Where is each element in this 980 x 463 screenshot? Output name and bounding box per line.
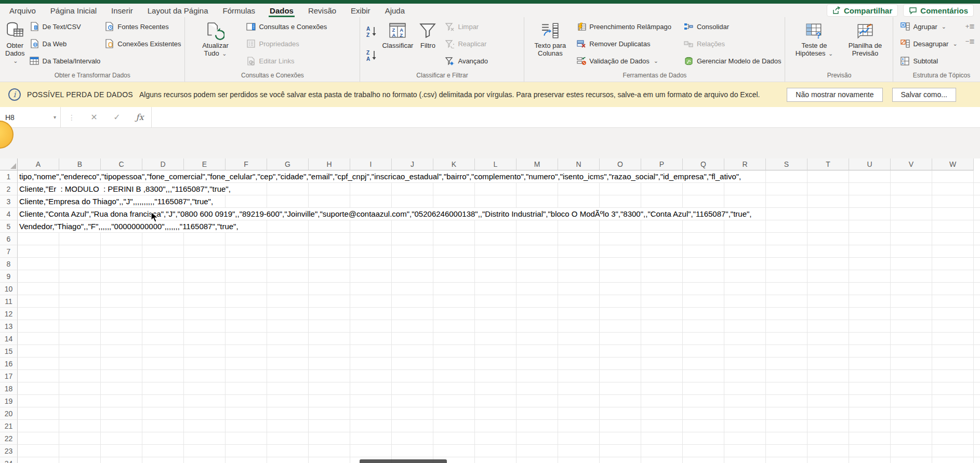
- desagrupar-button[interactable]: Desagrupar ⌄: [898, 37, 959, 50]
- remover-duplicatas-button[interactable]: Remover Duplicatas: [575, 37, 673, 50]
- column-header-A[interactable]: A: [18, 158, 59, 170]
- column-header-J[interactable]: J: [392, 158, 433, 170]
- row-header-19[interactable]: 19: [0, 395, 18, 407]
- row-cells-15[interactable]: [18, 345, 980, 358]
- row-header-20[interactable]: 20: [0, 407, 18, 420]
- row-header-1[interactable]: 1: [0, 170, 18, 183]
- row-header-11[interactable]: 11: [0, 295, 18, 308]
- column-header-N[interactable]: N: [558, 158, 600, 170]
- row-cells-7[interactable]: [18, 245, 980, 258]
- consolidar-button[interactable]: Consolidar: [682, 20, 783, 33]
- row-header-2[interactable]: 2: [0, 183, 18, 195]
- tab-fórmulas[interactable]: Fórmulas: [216, 4, 263, 17]
- row-header-4[interactable]: 4: [0, 208, 18, 220]
- row-header-22[interactable]: 22: [0, 432, 18, 445]
- de-text-csv-button[interactable]: De Text/CSV: [28, 20, 102, 33]
- column-header-O[interactable]: O: [600, 158, 641, 170]
- obter-dados-button[interactable]: Obter Dados ⌄: [3, 19, 27, 65]
- row-header-13[interactable]: 13: [0, 320, 18, 333]
- row-cells-18[interactable]: [18, 382, 980, 395]
- tab-inserir[interactable]: Inserir: [104, 4, 140, 17]
- row-cells-10[interactable]: [18, 283, 980, 295]
- column-header-W[interactable]: W: [932, 158, 974, 170]
- tab-arquivo[interactable]: Arquivo: [2, 4, 43, 17]
- show-detail-icon[interactable]: +≣: [965, 23, 975, 30]
- row-header-12[interactable]: 12: [0, 308, 18, 320]
- row-header-9[interactable]: 9: [0, 270, 18, 283]
- row-cells-4[interactable]: Cliente,"Conta Azul","Rua dona francisca…: [18, 208, 980, 220]
- tab-revisão[interactable]: Revisão: [301, 4, 343, 17]
- avancado-button[interactable]: Avançado: [443, 54, 489, 68]
- sort-az-button[interactable]: AZ: [365, 24, 379, 39]
- row-cells-5[interactable]: Vendedor,"Thiago",,"F",,,,,,"00000000000…: [18, 220, 980, 233]
- row-cells-24[interactable]: [18, 457, 980, 463]
- row-header-14[interactable]: 14: [0, 333, 18, 345]
- row-cells-17[interactable]: [18, 370, 980, 382]
- select-all-corner[interactable]: [0, 158, 18, 170]
- sort-za-button[interactable]: ZA: [365, 48, 379, 63]
- da-web-button[interactable]: Da Web: [28, 37, 102, 50]
- row-cells-13[interactable]: [18, 320, 980, 333]
- column-header-S[interactable]: S: [766, 158, 807, 170]
- filtro-button[interactable]: Filtro: [416, 19, 439, 50]
- column-header-F[interactable]: F: [226, 158, 267, 170]
- tab-ajuda[interactable]: Ajuda: [378, 4, 412, 17]
- agrupar-button[interactable]: Agrupar ⌄: [898, 20, 959, 33]
- row-header-21[interactable]: 21: [0, 420, 18, 432]
- row-cells-16[interactable]: [18, 358, 980, 370]
- row-cells-22[interactable]: [18, 432, 980, 445]
- namebox-dropdown-icon[interactable]: ▾: [54, 114, 60, 120]
- row-header-24[interactable]: 24: [0, 457, 18, 463]
- column-header-K[interactable]: K: [433, 158, 475, 170]
- texto-para-colunas-button[interactable]: Texto para Colunas: [531, 19, 570, 57]
- tab-página-inicial[interactable]: Página Inicial: [43, 4, 104, 17]
- planilha-previsao-button[interactable]: Planilha de Previsão: [842, 19, 888, 57]
- save-as-button[interactable]: Salvar como...: [892, 88, 956, 102]
- row-cells-23[interactable]: [18, 445, 980, 457]
- row-header-15[interactable]: 15: [0, 345, 18, 358]
- row-cells-12[interactable]: [18, 308, 980, 320]
- row-cells-9[interactable]: [18, 270, 980, 283]
- column-header-R[interactable]: R: [724, 158, 766, 170]
- column-header-M[interactable]: M: [517, 158, 558, 170]
- column-header-Q[interactable]: Q: [683, 158, 724, 170]
- insert-function-icon[interactable]: ƒx: [128, 107, 151, 127]
- row-cells-20[interactable]: [18, 407, 980, 420]
- tab-exibir[interactable]: Exibir: [343, 4, 378, 17]
- row-cells-14[interactable]: [18, 333, 980, 345]
- column-header-H[interactable]: H: [309, 158, 350, 170]
- row-header-7[interactable]: 7: [0, 245, 18, 258]
- column-header-T[interactable]: T: [807, 158, 849, 170]
- fontes-recentes-button[interactable]: Fontes Recentes: [103, 20, 182, 33]
- enter-icon[interactable]: ✓: [105, 107, 128, 127]
- teste-hipoteses-button[interactable]: ? Teste de Hipóteses ⌄: [791, 19, 837, 57]
- preenchimento-relampago-button[interactable]: Preenchimento Relâmpago: [575, 20, 673, 33]
- column-header-D[interactable]: D: [142, 158, 184, 170]
- consultas-conexoes-button[interactable]: Consultas e Conexões: [244, 20, 328, 33]
- row-header-23[interactable]: 23: [0, 445, 18, 457]
- row-header-8[interactable]: 8: [0, 258, 18, 270]
- gerenciar-modelo-button[interactable]: Gerenciar Modelo de Dados: [682, 54, 783, 68]
- column-header-E[interactable]: E: [184, 158, 226, 170]
- atualizar-tudo-button[interactable]: Atualizar Tudo ⌄: [192, 19, 238, 57]
- row-cells-2[interactable]: Cliente,"Er : MODULO : PERINI B ,8300",,…: [18, 183, 980, 195]
- hide-detail-icon[interactable]: −≣: [965, 38, 975, 45]
- share-button[interactable]: Compartilhar: [827, 4, 898, 17]
- da-tabela-button[interactable]: Da Tabela/Intervalo: [28, 54, 102, 68]
- row-cells-11[interactable]: [18, 295, 980, 308]
- row-header-17[interactable]: 17: [0, 370, 18, 382]
- row-header-5[interactable]: 5: [0, 220, 18, 233]
- formula-input[interactable]: [151, 107, 980, 127]
- row-cells-3[interactable]: Cliente,"Empresa do Thiago",,"J",,,,,,,,…: [18, 195, 980, 208]
- column-header-V[interactable]: V: [891, 158, 932, 170]
- column-header-B[interactable]: B: [59, 158, 101, 170]
- column-header-I[interactable]: I: [350, 158, 392, 170]
- row-header-6[interactable]: 6: [0, 233, 18, 245]
- column-header-P[interactable]: P: [641, 158, 683, 170]
- column-header-L[interactable]: L: [475, 158, 517, 170]
- validacao-dados-button[interactable]: Validação de Dados ⌄: [575, 54, 673, 68]
- row-cells-6[interactable]: [18, 233, 980, 245]
- row-header-3[interactable]: 3: [0, 195, 18, 208]
- dismiss-warning-button[interactable]: Não mostrar novamente: [787, 88, 882, 102]
- classificar-button[interactable]: Z A A Z Classificar: [380, 19, 415, 50]
